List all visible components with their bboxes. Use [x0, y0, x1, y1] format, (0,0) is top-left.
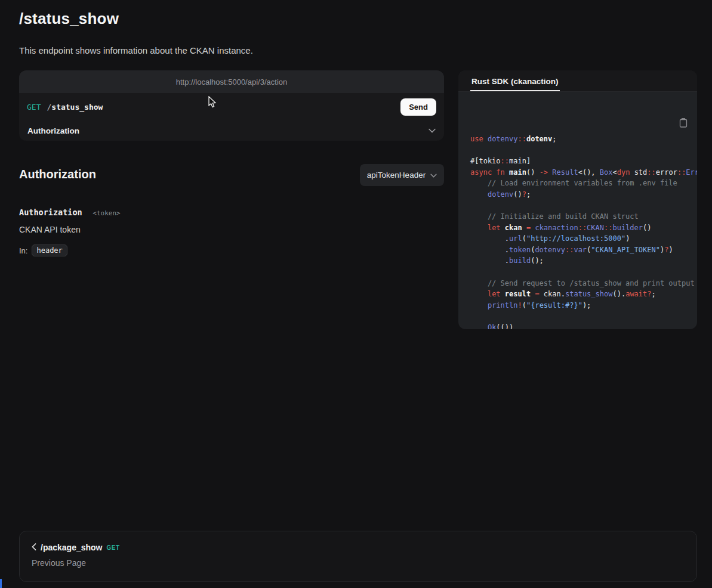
code-line: // Load environment variables from .env … — [470, 178, 697, 189]
code-line: dotenv()?; — [470, 189, 697, 200]
auth-param-type: <token> — [93, 209, 120, 217]
authorization-heading: Authorization — [19, 168, 96, 181]
chevron-down-icon — [430, 171, 437, 180]
code-line: .token(dotenvy::var("CKAN_API_TOKEN")?) — [470, 245, 697, 256]
code-line: println!("{result:#?}"); — [470, 300, 697, 311]
request-path: /status_show — [47, 103, 103, 112]
previous-page-link: /package_show GET — [32, 542, 685, 553]
auth-param-row: Authorization <token> — [19, 206, 121, 218]
chevron-left-icon — [32, 542, 36, 553]
tab-rust-sdk[interactable]: Rust SDK (ckanaction) — [470, 72, 560, 91]
auth-param-in-row: In: header — [19, 245, 67, 256]
edge-accent-bar — [0, 579, 2, 588]
copy-button[interactable] — [660, 99, 689, 148]
request-tester-card: http://localhost:5000/api/3/action GET /… — [19, 70, 444, 141]
code-line: // Send request to /status_show and prin… — [470, 278, 697, 289]
auth-scheme-value: apiTokenHeader — [367, 171, 426, 180]
request-row: GET /status_show Send — [19, 93, 444, 120]
code-line — [470, 200, 697, 211]
code-line — [470, 267, 697, 278]
code-line: let ckan = ckanaction::CKAN::builder() — [470, 222, 697, 234]
auth-collapse-row[interactable]: Authorization — [19, 120, 444, 141]
previous-page-label: Previous Page — [32, 558, 685, 568]
send-button[interactable]: Send — [400, 98, 436, 116]
in-value-badge: header — [32, 245, 67, 256]
code-line: #[tokio::main] — [470, 156, 697, 167]
path-text: status_show — [51, 103, 103, 112]
in-label: In: — [19, 246, 27, 255]
previous-page-path: /package_show — [41, 543, 103, 552]
code-line: Ok(()) — [470, 322, 697, 329]
base-url-text: http://localhost:5000/api/3/action — [176, 78, 287, 86]
previous-page-method: GET — [107, 544, 120, 551]
auth-scheme-select[interactable]: apiTokenHeader — [360, 164, 444, 186]
code-line: // Initialize and build CKAN struct — [470, 211, 697, 222]
auth-collapse-label: Authorization — [27, 126, 79, 135]
code-example-card: Rust SDK (ckanaction) use dotenvy::doten… — [458, 70, 697, 329]
auth-param-name: Authorization — [19, 208, 82, 217]
code-line: let result = ckan.status_show().await?; — [470, 289, 697, 300]
http-method-label: GET — [27, 103, 41, 112]
page-title: /status_show — [19, 10, 119, 28]
base-url-bar[interactable]: http://localhost:5000/api/3/action — [19, 70, 444, 93]
code-line: async fn main() -> Result<(), Box<dyn st… — [470, 167, 697, 178]
code-block: use dotenvy::dotenv; #[tokio::main]async… — [458, 92, 697, 329]
code-tabs: Rust SDK (ckanaction) — [458, 70, 697, 92]
code-line: .build(); — [470, 255, 697, 267]
auth-param-description: CKAN API token — [19, 225, 81, 234]
chevron-down-icon — [429, 128, 436, 133]
code-line — [470, 311, 697, 322]
clipboard-icon — [661, 120, 688, 138]
previous-page-card[interactable]: /package_show GET Previous Page — [19, 531, 697, 582]
endpoint-description: This endpoint shows information about th… — [19, 45, 253, 55]
code-line: .url("http://localhost:5000") — [470, 233, 697, 245]
